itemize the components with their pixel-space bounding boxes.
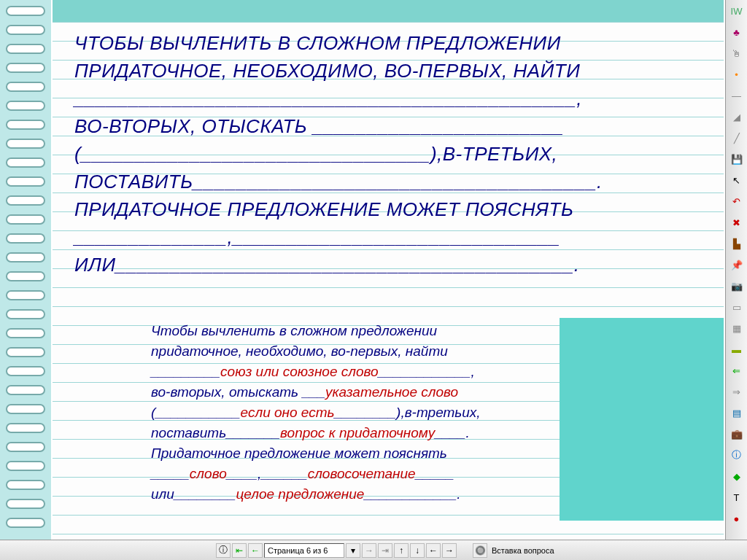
ans-line: ),в-третьих, — [396, 405, 481, 420]
nav-right-button[interactable]: → — [442, 543, 457, 558]
pin-icon[interactable]: 📌 — [727, 254, 747, 275]
blank-field: _____________________________________. — [193, 171, 603, 192]
blank-field: _______________________ — [313, 115, 564, 137]
ans-fill: вопрос к придаточному — [280, 425, 435, 440]
nav-left-button[interactable]: ← — [426, 543, 441, 558]
ans-fill: целое предложение — [236, 486, 364, 502]
shape-icon[interactable]: ◢ — [727, 106, 747, 127]
text-line: Придаточное предложение может пояснять — [74, 198, 573, 220]
text-line: во-вторых, отыскать — [74, 115, 313, 137]
insert-question-icon[interactable]: 🔘 — [473, 543, 487, 558]
case-icon[interactable]: 💼 — [727, 424, 747, 444]
iw-icon[interactable]: IW — [727, 1, 747, 21]
blank-field: ______________________________ — [233, 226, 560, 248]
nav-down-button[interactable]: ↓ — [410, 543, 425, 558]
header-band — [53, 0, 724, 22]
dropdown-button[interactable]: ▾ — [346, 543, 360, 558]
stamp-icon[interactable]: ▙ — [727, 233, 747, 254]
ans-line: или — [151, 486, 174, 502]
ans-fill: слово — [190, 466, 227, 481]
mouse-icon[interactable]: 🖱 — [727, 43, 747, 63]
ans-line: Придаточное предложение может пояснять — [151, 443, 618, 464]
table-icon[interactable]: ▤ — [727, 402, 747, 423]
undo-icon[interactable]: ↶ — [727, 191, 747, 211]
text-line: поставить — [74, 171, 193, 192]
floppy-icon[interactable]: 💾 — [727, 149, 747, 169]
bulb-icon[interactable]: ♣ — [727, 22, 747, 42]
ans-fill: словосочетание — [308, 466, 416, 481]
blank-field: ________________________________ — [81, 143, 430, 165]
info-icon[interactable]: ⓘ — [216, 543, 231, 558]
camera-icon[interactable]: 📷 — [727, 276, 747, 296]
blank-field: ________________________________________… — [74, 88, 582, 109]
ans-fill: указательное слово — [325, 384, 458, 400]
ans-line: Чтобы вычленить в сложном предложении — [151, 321, 618, 341]
tag-icon[interactable]: T — [727, 487, 747, 508]
ans-fill: если оно есть — [241, 405, 335, 420]
reddot-icon[interactable]: ● — [727, 508, 747, 529]
main-area: Чтобы вычленить в сложном предложении пр… — [0, 0, 725, 540]
toolbar-right: IW♣🖱•—◢╱💾↖↶✖▙📌📷▭▦▬⇐⇒▤💼ⓘ◆T● — [725, 0, 747, 540]
first-page-button[interactable]: ⇤ — [232, 543, 247, 558]
delete-icon[interactable]: ✖ — [727, 212, 747, 233]
page-number-input[interactable] — [264, 543, 344, 558]
page-content: Чтобы вычленить в сложном предложении пр… — [53, 0, 724, 540]
pointer-icon[interactable]: ↖ — [727, 170, 747, 190]
notebook-binding — [0, 0, 51, 540]
rect-icon[interactable]: ▬ — [727, 339, 747, 359]
ans-fill: союз или союзное слово — [220, 364, 379, 379]
text-line: придаточное, необходимо, во-первых, найт… — [74, 60, 580, 82]
prev-page-button[interactable]: ← — [248, 543, 263, 558]
main-text-block: Чтобы вычленить в сложном предложении пр… — [74, 29, 709, 279]
insert-question-label: Вставка вопроса — [489, 546, 557, 555]
answer-block: Чтобы вычленить в сложном предложении пр… — [151, 321, 618, 505]
statusbar: ⓘ ⇤ ← ▾ → ⇥ ↑ ↓ ← → 🔘 Вставка вопроса — [0, 540, 747, 560]
last-page-button[interactable]: ⇥ — [378, 543, 392, 558]
next-page-button[interactable]: → — [362, 543, 376, 558]
text-line: или — [74, 254, 116, 276]
dot-icon[interactable]: • — [727, 64, 747, 85]
ans-line: во-вторых, отыскать — [151, 384, 302, 400]
right-icon[interactable]: ⇒ — [727, 381, 747, 402]
text-line: ( — [74, 143, 81, 165]
grid-icon[interactable]: ▦ — [727, 318, 747, 338]
ans-line: поставить — [151, 425, 226, 440]
ans-line: придаточное, необходимо, во-первых, найт… — [151, 341, 618, 362]
left-icon[interactable]: ⇐ — [727, 360, 747, 381]
text-line: Чтобы вычленить в сложном предложении — [74, 32, 561, 54]
nav-up-button[interactable]: ↑ — [394, 543, 409, 558]
line-icon[interactable]: — — [727, 85, 747, 106]
greenbox-icon[interactable]: ◆ — [727, 466, 747, 486]
blank-field: ________________________________________… — [116, 254, 580, 276]
info-icon[interactable]: ⓘ — [727, 445, 747, 465]
blank-field: ______________ — [74, 226, 227, 248]
box-icon[interactable]: ▭ — [727, 297, 747, 317]
text-line: ),в-третьих, — [430, 143, 557, 165]
slash-icon[interactable]: ╱ — [727, 128, 747, 148]
